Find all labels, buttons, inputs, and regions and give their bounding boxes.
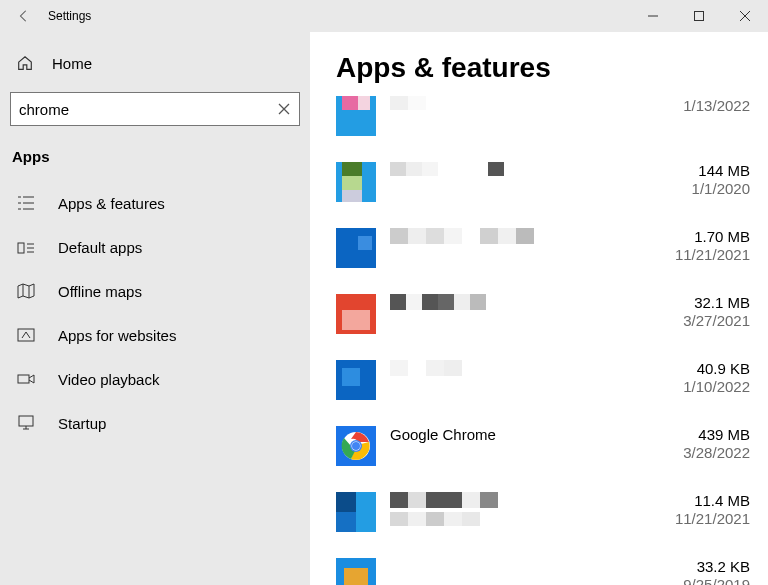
apps-websites-icon [16, 326, 36, 344]
search-box [10, 92, 300, 126]
home-label: Home [52, 55, 92, 72]
app-date: 1/10/2022 [650, 378, 750, 395]
svg-rect-21 [358, 96, 370, 110]
default-apps-icon [16, 238, 36, 256]
sidebar: Home Apps Apps & features Default apps [0, 32, 310, 585]
app-name: Google Chrome [390, 426, 496, 443]
app-icon [336, 228, 376, 268]
maximize-button[interactable] [676, 0, 722, 32]
app-date: 9/25/2019 [650, 576, 750, 585]
nav-apps-features[interactable]: Apps & features [0, 181, 310, 225]
app-icon [336, 162, 376, 202]
window-title: Settings [48, 9, 91, 23]
app-row[interactable]: 144 MB 1/1/2020 [336, 162, 750, 202]
nav-label: Apps & features [58, 195, 165, 212]
app-icon [336, 96, 376, 136]
app-name-redacted [390, 492, 650, 526]
svg-rect-20 [342, 96, 358, 110]
app-size: 1.70 MB [650, 228, 750, 245]
nav-label: Startup [58, 415, 106, 432]
app-icon-chrome [336, 426, 376, 466]
app-row[interactable]: 1.70 MB 11/21/2021 [336, 228, 750, 268]
app-date: 11/21/2021 [650, 510, 750, 527]
app-date: 1/13/2022 [650, 97, 750, 114]
app-name-redacted [390, 360, 650, 376]
app-size: 144 MB [650, 162, 750, 179]
nav-offline-maps[interactable]: Offline maps [0, 269, 310, 313]
main-content: Apps & features 1/13/2022 [310, 32, 768, 585]
home-nav[interactable]: Home [0, 44, 310, 82]
svg-rect-41 [344, 568, 368, 585]
nav-label: Default apps [58, 239, 142, 256]
svg-rect-27 [358, 236, 372, 250]
home-icon [16, 54, 36, 72]
app-size: 40.9 KB [650, 360, 750, 377]
svg-rect-39 [336, 512, 356, 532]
nav-label: Apps for websites [58, 327, 176, 344]
app-name-redacted [390, 162, 650, 176]
svg-rect-24 [342, 176, 362, 190]
search-input[interactable] [10, 92, 300, 126]
svg-rect-16 [19, 416, 33, 426]
search-clear-button[interactable] [268, 92, 300, 126]
app-size: 33.2 KB [650, 558, 750, 575]
offline-maps-icon [16, 282, 36, 300]
app-icon [336, 360, 376, 400]
page-title: Apps & features [336, 52, 750, 84]
nav-default-apps[interactable]: Default apps [0, 225, 310, 269]
nav-label: Video playback [58, 371, 159, 388]
nav-apps-websites[interactable]: Apps for websites [0, 313, 310, 357]
svg-rect-38 [336, 492, 356, 512]
app-row[interactable]: 11.4 MB 11/21/2021 [336, 492, 750, 532]
nav-label: Offline maps [58, 283, 142, 300]
section-header: Apps [0, 140, 310, 181]
svg-rect-23 [342, 162, 362, 176]
app-date: 11/21/2021 [650, 246, 750, 263]
app-date: 3/28/2022 [650, 444, 750, 461]
minimize-button[interactable] [630, 0, 676, 32]
video-playback-icon [16, 370, 36, 388]
app-size: 32.1 MB [650, 294, 750, 311]
app-name-redacted [390, 228, 650, 244]
svg-rect-15 [18, 375, 29, 383]
app-size: 439 MB [650, 426, 750, 443]
nav-startup[interactable]: Startup [0, 401, 310, 445]
svg-rect-25 [342, 190, 362, 202]
nav-video-playback[interactable]: Video playback [0, 357, 310, 401]
app-date: 3/27/2021 [650, 312, 750, 329]
app-name-redacted [390, 294, 650, 310]
app-size: 11.4 MB [650, 492, 750, 509]
app-row[interactable]: 1/13/2022 [336, 96, 750, 136]
back-button[interactable] [8, 0, 40, 32]
svg-rect-1 [695, 12, 704, 21]
app-icon [336, 492, 376, 532]
app-row[interactable]: 32.1 MB 3/27/2021 [336, 294, 750, 334]
svg-rect-29 [342, 310, 370, 330]
close-button[interactable] [722, 0, 768, 32]
app-icon [336, 558, 376, 585]
svg-point-36 [352, 442, 360, 450]
svg-rect-8 [18, 243, 24, 253]
app-row[interactable]: 33.2 KB 9/25/2019 [336, 558, 750, 585]
app-name-redacted [390, 96, 650, 110]
app-row[interactable]: 40.9 KB 1/10/2022 [336, 360, 750, 400]
app-row-google-chrome[interactable]: Google Chrome 439 MB 3/28/2022 [336, 426, 750, 466]
svg-rect-31 [342, 368, 360, 386]
apps-features-icon [16, 194, 36, 212]
titlebar: Settings [0, 0, 768, 32]
window-controls [630, 0, 768, 32]
svg-rect-14 [18, 329, 34, 341]
startup-icon [16, 414, 36, 432]
app-date: 1/1/2020 [650, 180, 750, 197]
app-icon [336, 294, 376, 334]
